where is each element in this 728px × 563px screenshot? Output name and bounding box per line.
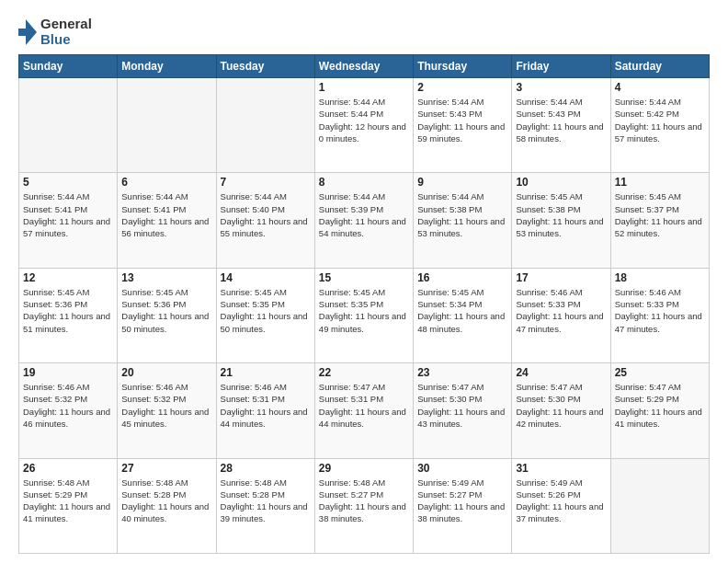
calendar-cell: 30Sunrise: 5:49 AMSunset: 5:27 PMDayligh…: [414, 458, 512, 553]
day-number: 2: [417, 81, 507, 94]
calendar-cell: 10Sunrise: 5:45 AMSunset: 5:38 PMDayligh…: [512, 173, 610, 268]
calendar-cell: [216, 78, 314, 173]
day-info: Sunrise: 5:44 AMSunset: 5:39 PMDaylight:…: [319, 190, 409, 239]
weekday-header-monday: Monday: [118, 55, 216, 78]
calendar-cell: [610, 458, 709, 553]
calendar-cell: 12Sunrise: 5:45 AMSunset: 5:36 PMDayligh…: [19, 268, 118, 362]
weekday-header-wednesday: Wednesday: [314, 55, 413, 78]
calendar-cell: [19, 78, 118, 173]
day-info: Sunrise: 5:47 AMSunset: 5:31 PMDaylight:…: [319, 381, 409, 430]
calendar-cell: 19Sunrise: 5:46 AMSunset: 5:32 PMDayligh…: [19, 363, 118, 458]
day-info: Sunrise: 5:45 AMSunset: 5:36 PMDaylight:…: [121, 286, 211, 335]
calendar-cell: 17Sunrise: 5:46 AMSunset: 5:33 PMDayligh…: [512, 268, 610, 362]
day-info: Sunrise: 5:45 AMSunset: 5:37 PMDaylight:…: [615, 190, 705, 239]
week-row-4: 19Sunrise: 5:46 AMSunset: 5:32 PMDayligh…: [19, 363, 710, 458]
day-number: 1: [319, 81, 409, 94]
week-row-2: 5Sunrise: 5:44 AMSunset: 5:41 PMDaylight…: [19, 173, 710, 268]
day-number: 28: [221, 462, 311, 475]
week-row-5: 26Sunrise: 5:48 AMSunset: 5:29 PMDayligh…: [19, 458, 710, 553]
day-info: Sunrise: 5:44 AMSunset: 5:43 PMDaylight:…: [417, 96, 507, 144]
day-number: 21: [221, 366, 311, 379]
day-number: 10: [516, 176, 606, 189]
day-number: 13: [121, 271, 211, 284]
day-info: Sunrise: 5:48 AMSunset: 5:27 PMDaylight:…: [319, 477, 409, 525]
day-info: Sunrise: 5:49 AMSunset: 5:27 PMDaylight:…: [417, 477, 507, 525]
day-info: Sunrise: 5:44 AMSunset: 5:41 PMDaylight:…: [23, 190, 113, 239]
calendar-cell: 26Sunrise: 5:48 AMSunset: 5:29 PMDayligh…: [19, 458, 118, 553]
day-number: 14: [221, 271, 311, 284]
calendar-cell: [118, 78, 216, 173]
weekday-header-saturday: Saturday: [610, 55, 709, 78]
day-info: Sunrise: 5:46 AMSunset: 5:33 PMDaylight:…: [516, 286, 606, 335]
day-info: Sunrise: 5:48 AMSunset: 5:29 PMDaylight:…: [23, 477, 113, 525]
logo: General Blue: [18, 17, 92, 47]
calendar-cell: 16Sunrise: 5:45 AMSunset: 5:34 PMDayligh…: [414, 268, 512, 362]
day-number: 26: [23, 462, 113, 475]
day-number: 7: [221, 176, 311, 189]
day-info: Sunrise: 5:44 AMSunset: 5:42 PMDaylight:…: [615, 96, 705, 144]
calendar-table: SundayMondayTuesdayWednesdayThursdayFrid…: [18, 54, 710, 554]
calendar-cell: 29Sunrise: 5:48 AMSunset: 5:27 PMDayligh…: [314, 458, 413, 553]
day-info: Sunrise: 5:44 AMSunset: 5:43 PMDaylight:…: [516, 96, 606, 144]
day-number: 30: [417, 462, 507, 475]
calendar-cell: 25Sunrise: 5:47 AMSunset: 5:29 PMDayligh…: [610, 363, 709, 458]
day-number: 23: [417, 366, 507, 379]
day-info: Sunrise: 5:44 AMSunset: 5:40 PMDaylight:…: [221, 190, 311, 239]
logo-arrow-icon: [18, 19, 37, 45]
day-number: 18: [615, 271, 705, 284]
calendar-cell: 27Sunrise: 5:48 AMSunset: 5:28 PMDayligh…: [118, 458, 216, 553]
calendar-cell: 1Sunrise: 5:44 AMSunset: 5:44 PMDaylight…: [314, 78, 413, 173]
weekday-header-tuesday: Tuesday: [216, 55, 314, 78]
calendar-cell: 8Sunrise: 5:44 AMSunset: 5:39 PMDaylight…: [314, 173, 413, 268]
logo-blue: Blue: [40, 32, 92, 48]
day-info: Sunrise: 5:46 AMSunset: 5:31 PMDaylight:…: [221, 381, 311, 430]
day-info: Sunrise: 5:45 AMSunset: 5:38 PMDaylight:…: [516, 190, 606, 239]
day-number: 9: [417, 176, 507, 189]
weekday-header-row: SundayMondayTuesdayWednesdayThursdayFrid…: [19, 55, 710, 78]
day-info: Sunrise: 5:46 AMSunset: 5:32 PMDaylight:…: [23, 381, 113, 430]
calendar-cell: 4Sunrise: 5:44 AMSunset: 5:42 PMDaylight…: [610, 78, 709, 173]
week-row-1: 1Sunrise: 5:44 AMSunset: 5:44 PMDaylight…: [19, 78, 710, 173]
weekday-header-sunday: Sunday: [19, 55, 118, 78]
weekday-header-friday: Friday: [512, 55, 610, 78]
calendar-cell: 14Sunrise: 5:45 AMSunset: 5:35 PMDayligh…: [216, 268, 314, 362]
day-number: 8: [319, 176, 409, 189]
day-number: 22: [319, 366, 409, 379]
day-number: 16: [417, 271, 507, 284]
header: General Blue: [18, 17, 710, 47]
calendar-cell: 6Sunrise: 5:44 AMSunset: 5:41 PMDaylight…: [118, 173, 216, 268]
day-number: 11: [615, 176, 705, 189]
svg-marker-0: [18, 19, 37, 45]
day-number: 17: [516, 271, 606, 284]
calendar-cell: 31Sunrise: 5:49 AMSunset: 5:26 PMDayligh…: [512, 458, 610, 553]
day-number: 27: [121, 462, 211, 475]
calendar-cell: 2Sunrise: 5:44 AMSunset: 5:43 PMDaylight…: [414, 78, 512, 173]
day-number: 12: [23, 271, 113, 284]
day-info: Sunrise: 5:46 AMSunset: 5:32 PMDaylight:…: [121, 381, 211, 430]
day-info: Sunrise: 5:44 AMSunset: 5:38 PMDaylight:…: [417, 190, 507, 239]
week-row-3: 12Sunrise: 5:45 AMSunset: 5:36 PMDayligh…: [19, 268, 710, 362]
day-info: Sunrise: 5:47 AMSunset: 5:30 PMDaylight:…: [417, 381, 507, 430]
day-number: 25: [615, 366, 705, 379]
day-number: 31: [516, 462, 606, 475]
day-info: Sunrise: 5:44 AMSunset: 5:41 PMDaylight:…: [121, 190, 211, 239]
day-number: 5: [23, 176, 113, 189]
day-number: 3: [516, 81, 606, 94]
day-info: Sunrise: 5:49 AMSunset: 5:26 PMDaylight:…: [516, 477, 606, 525]
weekday-header-thursday: Thursday: [414, 55, 512, 78]
calendar-cell: 7Sunrise: 5:44 AMSunset: 5:40 PMDaylight…: [216, 173, 314, 268]
day-number: 19: [23, 366, 113, 379]
calendar-cell: 11Sunrise: 5:45 AMSunset: 5:37 PMDayligh…: [610, 173, 709, 268]
day-number: 6: [121, 176, 211, 189]
day-number: 4: [615, 81, 705, 94]
day-info: Sunrise: 5:48 AMSunset: 5:28 PMDaylight:…: [221, 477, 311, 525]
calendar-cell: 28Sunrise: 5:48 AMSunset: 5:28 PMDayligh…: [216, 458, 314, 553]
calendar-cell: 23Sunrise: 5:47 AMSunset: 5:30 PMDayligh…: [414, 363, 512, 458]
day-info: Sunrise: 5:45 AMSunset: 5:35 PMDaylight:…: [319, 286, 409, 335]
calendar-cell: 15Sunrise: 5:45 AMSunset: 5:35 PMDayligh…: [314, 268, 413, 362]
calendar-cell: 13Sunrise: 5:45 AMSunset: 5:36 PMDayligh…: [118, 268, 216, 362]
logo-general: General: [40, 17, 92, 32]
day-info: Sunrise: 5:45 AMSunset: 5:35 PMDaylight:…: [221, 286, 311, 335]
day-info: Sunrise: 5:46 AMSunset: 5:33 PMDaylight:…: [615, 286, 705, 335]
calendar-cell: 24Sunrise: 5:47 AMSunset: 5:30 PMDayligh…: [512, 363, 610, 458]
